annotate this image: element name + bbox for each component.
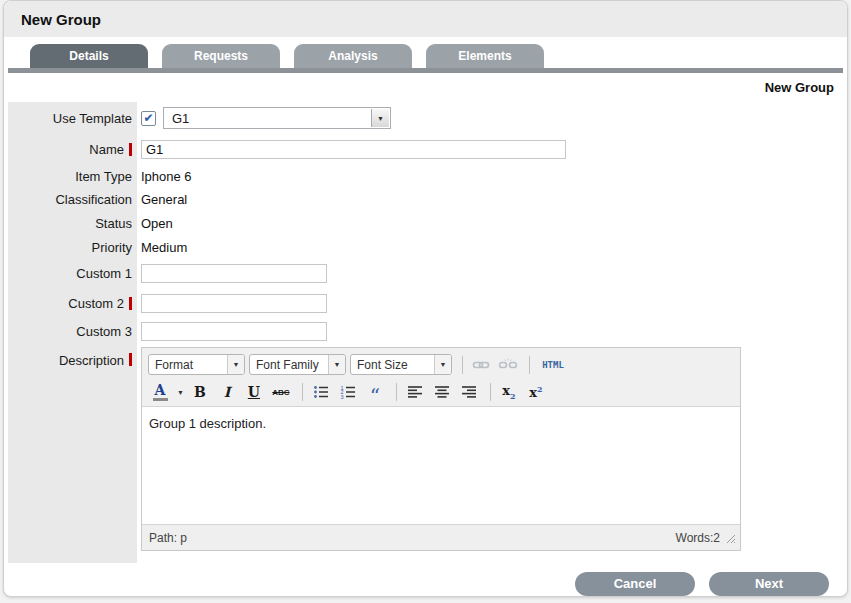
editor-status-bar: Path: p Words:2 — [142, 524, 740, 550]
template-select[interactable]: G1 ▼ — [163, 107, 391, 129]
tab-underline — [8, 68, 843, 73]
name-label: Name — [8, 134, 137, 165]
html-source-button[interactable]: HTML — [536, 355, 570, 375]
font-size-select[interactable]: Font Size ▼ — [350, 354, 452, 375]
font-color-icon[interactable]: A — [148, 382, 172, 402]
blockquote-icon[interactable]: “ — [363, 382, 387, 402]
priority-row: Priority Medium — [8, 235, 843, 259]
description-label: Description — [8, 345, 137, 563]
custom-3-input[interactable] — [141, 322, 327, 341]
use-template-label: Use Template — [8, 102, 137, 134]
toolbar-separator — [462, 356, 463, 374]
cancel-button[interactable]: Cancel — [575, 572, 695, 596]
underline-icon[interactable]: U — [242, 382, 266, 402]
tab-bar: Details Requests Analysis Elements — [30, 44, 847, 68]
new-group-window: New Group Details Requests Analysis Elem… — [3, 0, 848, 597]
classification-row: Classification General — [8, 188, 843, 211]
window-header: New Group — [4, 1, 847, 37]
italic-icon[interactable]: I — [215, 382, 239, 402]
status-row: Status Open — [8, 211, 843, 235]
align-left-icon[interactable] — [403, 382, 427, 402]
custom-1-input[interactable] — [141, 264, 327, 283]
priority-value: Medium — [141, 240, 187, 255]
chevron-down-icon: ▼ — [328, 355, 345, 374]
chevron-down-icon[interactable]: ▼ — [177, 389, 184, 396]
status-label: Status — [8, 211, 137, 235]
align-right-icon[interactable] — [457, 382, 481, 402]
description-rich-text-editor: Format ▼ Font Family ▼ Font Size ▼ — [141, 347, 741, 551]
tab-analysis[interactable]: Analysis — [294, 44, 412, 68]
custom-3-label: Custom 3 — [8, 318, 137, 345]
editor-content-area[interactable]: Group 1 description. — [142, 407, 740, 524]
section-heading: New Group — [4, 80, 834, 96]
new-group-form: Use Template ✔ G1 ▼ Name Item T — [8, 102, 843, 563]
custom-3-row: Custom 3 — [8, 318, 843, 345]
chevron-down-icon: ▼ — [371, 109, 389, 127]
chevron-down-icon: ▼ — [434, 355, 451, 374]
custom-2-label: Custom 2 — [8, 288, 137, 318]
chevron-down-icon: ▼ — [227, 355, 244, 374]
editor-path: Path: p — [149, 531, 187, 545]
name-row: Name — [8, 134, 843, 165]
toolbar-separator — [490, 383, 491, 401]
tab-elements[interactable]: Elements — [426, 44, 544, 68]
footer-actions: Cancel Next — [4, 572, 829, 596]
required-marker — [129, 143, 132, 156]
item-type-label: Item Type — [8, 165, 137, 188]
description-row: Description Format ▼ Font Family ▼ — [8, 345, 843, 563]
numbered-list-icon[interactable]: 123 — [336, 382, 360, 402]
superscript-icon[interactable]: x2 — [524, 382, 548, 402]
name-input[interactable] — [141, 140, 566, 159]
svg-text:3: 3 — [340, 394, 343, 400]
resize-grip-icon[interactable] — [724, 532, 736, 544]
format-select[interactable]: Format ▼ — [148, 354, 245, 375]
custom-1-row: Custom 1 — [8, 259, 843, 288]
item-type-value: Iphone 6 — [141, 169, 192, 184]
font-family-select[interactable]: Font Family ▼ — [249, 354, 346, 375]
check-icon: ✔ — [143, 112, 153, 124]
custom-2-input[interactable] — [141, 294, 327, 313]
subscript-icon[interactable]: x2 — [497, 382, 521, 402]
status-value: Open — [141, 216, 173, 231]
unlink-icon[interactable] — [496, 355, 520, 375]
classification-label: Classification — [8, 188, 137, 211]
custom-1-label: Custom 1 — [8, 259, 137, 288]
classification-value: General — [141, 192, 187, 207]
next-button[interactable]: Next — [709, 572, 829, 596]
toolbar-separator — [302, 383, 303, 401]
editor-toolbar: Format ▼ Font Family ▼ Font Size ▼ — [142, 348, 740, 407]
bullet-list-icon[interactable] — [309, 382, 333, 402]
page-title: New Group — [21, 11, 101, 28]
priority-label: Priority — [8, 235, 137, 259]
required-marker — [129, 297, 132, 310]
toolbar-separator — [529, 356, 530, 374]
custom-2-row: Custom 2 — [8, 288, 843, 318]
tab-requests[interactable]: Requests — [162, 44, 280, 68]
tab-details[interactable]: Details — [30, 44, 148, 68]
template-select-value: G1 — [172, 111, 189, 126]
bold-icon[interactable]: B — [188, 382, 212, 402]
strikethrough-icon[interactable]: ABC — [269, 382, 293, 402]
align-center-icon[interactable] — [430, 382, 454, 402]
link-icon[interactable] — [469, 355, 493, 375]
required-marker — [129, 353, 132, 366]
item-type-row: Item Type Iphone 6 — [8, 165, 843, 188]
use-template-checkbox[interactable]: ✔ — [141, 111, 156, 126]
toolbar-separator — [396, 383, 397, 401]
editor-word-count: Words:2 — [676, 531, 720, 545]
use-template-row: Use Template ✔ G1 ▼ — [8, 102, 843, 134]
